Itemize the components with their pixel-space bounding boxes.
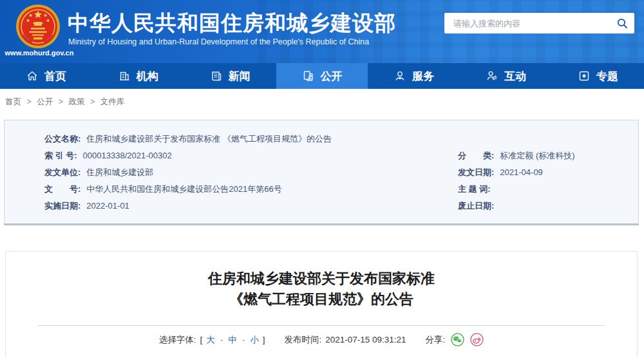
page: www.mohurd.gov.cn 中华人民共和国住房和城乡建设部 Minist… xyxy=(0,0,644,358)
article-title-line1: 住房和城乡建设部关于发布国家标准 xyxy=(6,268,637,289)
doc-field-doc-number: 文 号:中华人民共和国住房和城乡建设部公告2021年第66号 xyxy=(44,181,332,198)
nav-item-topics[interactable]: 专题 xyxy=(552,63,644,89)
article-meta-row: 选择字体: [ 大 - 中 - 小 ] 发布时间: 2021-07-15 09:… xyxy=(6,333,637,346)
nav-item-home[interactable]: 首页 xyxy=(0,63,92,89)
field-label: 主 题 词: xyxy=(458,184,491,194)
newspaper-icon xyxy=(210,70,223,82)
search-input[interactable] xyxy=(452,18,610,29)
doc-info-left-column: 公文名称:住房和城乡建设部关于发布国家标准 《燃气工程项目规范》的公告 索 引 … xyxy=(44,131,332,214)
field-value: 标准定额 (标准科技) xyxy=(500,151,574,160)
site-title-cn: 中华人民共和国住房和城乡建设部 xyxy=(68,9,396,38)
field-label: 公文名称: xyxy=(44,134,80,144)
search-box xyxy=(444,13,634,33)
home-icon xyxy=(26,70,39,82)
font-select-bracket-open: [ xyxy=(200,335,202,344)
field-value: 000013338/2021-00302 xyxy=(83,151,172,160)
field-label: 发文单位: xyxy=(44,167,80,177)
font-size-large[interactable]: 大 xyxy=(206,334,215,346)
national-emblem-logo xyxy=(15,4,61,49)
site-title-en: Ministry of Housing and Urban-Rural Deve… xyxy=(68,37,369,46)
nav-label: 首页 xyxy=(44,69,66,84)
star-badge-icon xyxy=(578,70,591,82)
doc-info-right-column: 分 类:标准定额 (标准科技) 发文日期:2021-04-09 主 题 词: 废… xyxy=(458,147,575,214)
doc-field-name: 公文名称:住房和城乡建设部关于发布国家标准 《燃气工程项目规范》的公告 xyxy=(44,131,332,147)
nav-label: 互动 xyxy=(504,69,526,84)
breadcrumb-link-library[interactable]: 文件库 xyxy=(100,97,125,106)
nav-item-org[interactable]: 机构 xyxy=(92,63,184,89)
share-label: 分享: xyxy=(426,334,446,346)
wechat-share-icon[interactable] xyxy=(451,333,464,346)
nav-item-services[interactable]: 服务 xyxy=(368,63,460,89)
breadcrumb-link-home[interactable]: 首页 xyxy=(5,97,21,106)
field-label: 文 号: xyxy=(44,184,80,194)
publish-time-label: 发布时间: xyxy=(284,334,321,346)
article-title: 住房和城乡建设部关于发布国家标准 《燃气工程项目规范》的公告 xyxy=(6,268,637,310)
field-label: 分 类: xyxy=(458,151,494,160)
nav-item-news[interactable]: 新闻 xyxy=(184,63,276,89)
field-label: 废止日期: xyxy=(458,201,494,211)
person-pin-icon xyxy=(393,70,406,82)
building-icon xyxy=(118,70,131,82)
nav-label: 服务 xyxy=(412,69,434,84)
document-lock-icon xyxy=(302,70,315,82)
nav-item-disclosure[interactable]: 公开 xyxy=(276,63,368,89)
breadcrumb-link-disclosure[interactable]: 公开 xyxy=(37,97,53,106)
breadcrumb: 首页 > 公开 > 政策 > 文件库 xyxy=(5,97,124,108)
person-arrows-icon xyxy=(486,70,498,82)
nav-label: 专题 xyxy=(596,69,618,84)
breadcrumb-link-policy[interactable]: 政策 xyxy=(69,97,85,106)
nav-label: 机构 xyxy=(137,69,158,84)
breadcrumb-separator: > xyxy=(90,97,95,106)
field-label: 实施日期: xyxy=(44,201,80,211)
search-button[interactable] xyxy=(610,13,634,33)
search-icon xyxy=(616,17,629,30)
font-select-label: 选择字体: xyxy=(159,334,196,346)
doc-field-repeal-date: 废止日期: xyxy=(458,198,575,214)
field-label: 索 引 号: xyxy=(44,151,77,160)
font-select-bracket-close: ] xyxy=(263,335,265,344)
doc-field-category: 分 类:标准定额 (标准科技) xyxy=(458,147,575,164)
doc-field-implementation-date: 实施日期:2022-01-01 xyxy=(44,198,332,214)
doc-field-subject-words: 主 题 词: xyxy=(458,181,575,198)
site-url: www.mohurd.gov.cn xyxy=(4,49,75,57)
document-info-panel: 公文名称:住房和城乡建设部关于发布国家标准 《燃气工程项目规范》的公告 索 引 … xyxy=(4,120,639,225)
field-value: 住房和城乡建设部关于发布国家标准 《燃气工程项目规范》的公告 xyxy=(86,134,332,144)
field-value: 中华人民共和国住房和城乡建设部公告2021年第66号 xyxy=(86,184,281,194)
field-value: 2022-01-01 xyxy=(86,201,129,211)
font-size-small[interactable]: 小 xyxy=(250,334,259,346)
breadcrumb-separator: > xyxy=(59,97,63,106)
doc-field-index-number: 索 引 号:000013338/2021-00302 xyxy=(44,147,332,164)
nav-item-interaction[interactable]: 互动 xyxy=(460,63,552,89)
font-size-separator: - xyxy=(220,335,223,344)
field-value: 2021-04-09 xyxy=(500,167,543,177)
site-header: www.mohurd.gov.cn 中华人民共和国住房和城乡建设部 Minist… xyxy=(0,0,644,63)
nav-label: 公开 xyxy=(321,69,343,84)
font-size-separator: - xyxy=(242,335,245,344)
main-nav: 首页 机构 新闻 公开 服务 xyxy=(0,63,644,89)
field-label: 发文日期: xyxy=(458,167,494,177)
font-size-medium[interactable]: 中 xyxy=(228,334,237,346)
breadcrumb-separator: > xyxy=(26,97,31,106)
doc-field-issue-date: 发文日期:2021-04-09 xyxy=(458,164,575,181)
weibo-share-icon[interactable] xyxy=(470,333,484,346)
article-panel: 住房和城乡建设部关于发布国家标准 《燃气工程项目规范》的公告 选择字体: [ 大… xyxy=(5,251,638,358)
publish-time-value: 2021-07-15 09:31:21 xyxy=(325,335,406,344)
doc-field-issuing-unit: 发文单位:住房和城乡建设部 xyxy=(44,164,332,181)
field-value: 住房和城乡建设部 xyxy=(86,167,153,177)
nav-label: 新闻 xyxy=(229,69,251,84)
title-divider xyxy=(38,325,605,326)
article-title-line2: 《燃气工程项目规范》的公告 xyxy=(6,289,637,310)
